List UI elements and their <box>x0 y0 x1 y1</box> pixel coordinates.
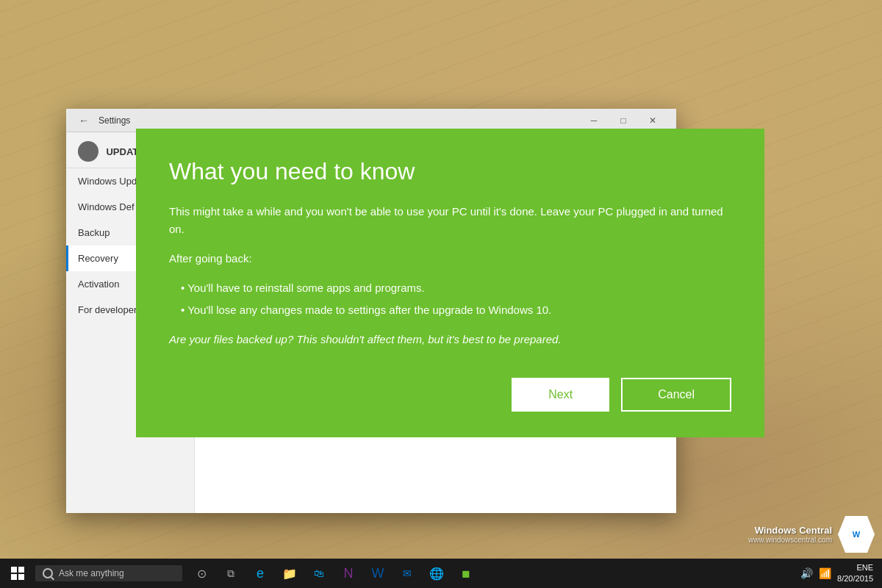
taskbar-app-explorer[interactable]: 📁 <box>276 560 303 587</box>
taskbar-apps: ⊙ ⧉ e 📁 🛍 N W ✉ 🌐 ◼ <box>188 560 479 587</box>
taskbar-app-chrome[interactable]: 🌐 <box>423 560 450 587</box>
watermark-brand: Windows Central <box>748 525 832 536</box>
taskbar-app-store[interactable]: 🛍 <box>306 560 332 587</box>
taskbar-app-mail[interactable]: ✉ <box>394 560 420 587</box>
search-icon <box>43 568 53 578</box>
next-button[interactable]: Next <box>512 378 609 412</box>
taskbar-search-bar[interactable]: Ask me anything <box>35 565 182 581</box>
dialog-overlay: What you need to know This might take a … <box>136 129 764 437</box>
dialog-bullet2: You'll lose any changes made to settings… <box>181 301 731 319</box>
taskbar-app-green[interactable]: ◼ <box>453 560 479 587</box>
cancel-button[interactable]: Cancel <box>621 378 731 412</box>
dialog-paragraph1: This might take a while and you won't be… <box>169 203 731 238</box>
taskbar-network-icon[interactable]: 📶 <box>819 567 831 579</box>
dialog-body: This might take a while and you won't be… <box>169 203 731 363</box>
dialog-bullet-list: You'll have to reinstall some apps and p… <box>169 279 731 319</box>
taskbar-app-edge[interactable]: e <box>247 560 273 587</box>
taskbar-app-word[interactable]: W <box>365 560 391 587</box>
taskbar-right: 🔊 📶 ENE 8/20/2015 <box>800 562 882 585</box>
dialog-bullet1: You'll have to reinstall some apps and p… <box>181 279 731 297</box>
watermark-url: www.windowscentral.com <box>748 536 832 544</box>
watermark-logo-shape: W <box>838 516 875 553</box>
start-button[interactable] <box>0 559 35 588</box>
taskbar-time: ENE 8/20/2015 <box>837 562 873 585</box>
back-button[interactable]: ← <box>75 112 93 129</box>
taskbar-app-onenote[interactable]: N <box>335 560 362 587</box>
dialog-actions: Next Cancel <box>169 378 731 412</box>
dialog-after-going-back-label: After going back: <box>169 250 731 268</box>
dialog-paragraph2: Are your files backed up? This shouldn't… <box>169 331 731 348</box>
dialog-title: What you need to know <box>169 158 731 185</box>
settings-gear-icon <box>78 141 98 162</box>
taskbar-app-cortana[interactable]: ⊙ <box>188 560 215 587</box>
taskbar-search-text: Ask me anything <box>59 568 124 578</box>
taskbar-speaker-icon[interactable]: 🔊 <box>800 567 813 579</box>
watermark: Windows Central www.windowscentral.com W <box>748 516 875 553</box>
settings-title: Settings <box>98 115 130 126</box>
settings-header-label: UPDAT <box>106 146 138 157</box>
taskbar-app-task-view[interactable]: ⧉ <box>218 560 244 587</box>
taskbar: Ask me anything ⊙ ⧉ e 📁 🛍 N W ✉ 🌐 <box>0 559 882 588</box>
start-icon <box>11 567 24 580</box>
